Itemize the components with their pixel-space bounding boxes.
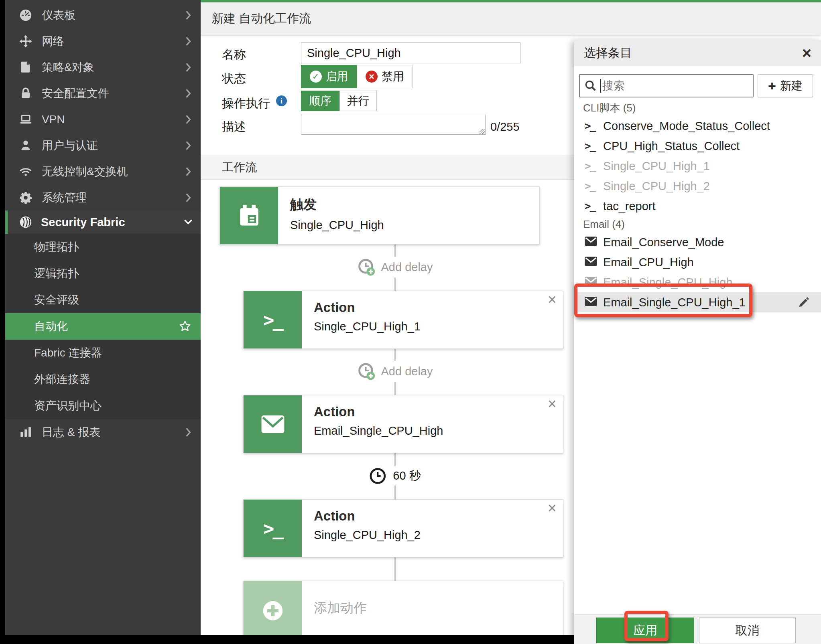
terminal-icon [244, 291, 302, 348]
sidebar-item-label: 用户与认证 [42, 138, 183, 153]
action-card[interactable]: Action Single_CPU_High_2 [243, 499, 563, 557]
page-header: 新建 自动化工作流 [201, 0, 821, 35]
envelope-icon [244, 395, 302, 453]
chevron-down-icon [183, 217, 193, 227]
sub-item-label: 逻辑拓扑 [34, 266, 79, 281]
search-input[interactable] [579, 74, 754, 97]
panel-footer: 应用 取消 [574, 614, 821, 644]
sub-item-label: 物理拓扑 [34, 239, 79, 255]
exec-parallel-button[interactable]: 并行 [339, 91, 377, 111]
sidebar-item-dashboard[interactable]: 仪表板 [5, 2, 201, 28]
action-card[interactable]: Action Single_CPU_High_1 [243, 291, 563, 349]
sub-item-label: 自动化 [34, 319, 68, 334]
sidebar-item-wifi-switch[interactable]: 无线控制&交换机 [5, 158, 201, 184]
terminal-icon [585, 200, 603, 212]
status-enabled-button[interactable]: 启用 [301, 65, 357, 88]
close-icon[interactable] [802, 45, 811, 61]
action-card[interactable]: Action Email_Single_CPU_High [243, 395, 563, 453]
sidebar-item-label: Security Fabric [41, 216, 183, 229]
select-entries-panel: 选择条目 新建 CLI脚本 (5) Conserve_Mode_Status_C… [574, 40, 821, 644]
description-textarea[interactable] [301, 115, 486, 135]
name-input[interactable] [301, 43, 520, 63]
sub-item-label: 安全评级 [34, 292, 79, 308]
delay-value: 60 秒 [393, 468, 421, 484]
exec-parallel-label: 并行 [347, 93, 370, 109]
sidebar-item-system[interactable]: 系统管理 [5, 184, 201, 211]
status-label: 状态 [222, 71, 246, 87]
gauge-icon [17, 8, 35, 22]
list-item[interactable]: Conserve_Mode_Status_Collect [574, 116, 821, 136]
trigger-card-body: 触发 Single_CPU_High [278, 187, 539, 244]
chevron-right-icon [183, 140, 193, 151]
edit-pencil-icon[interactable] [798, 296, 810, 308]
sidebar-item-label: 无线控制&交换机 [42, 164, 183, 179]
chevron-right-icon [183, 427, 193, 437]
sidebar-item-automation[interactable]: 自动化 [5, 313, 201, 340]
add-delay-button[interactable]: Add delay [352, 257, 438, 277]
add-delay-button[interactable]: Add delay [352, 361, 438, 382]
sidebar-item-security-rating[interactable]: 安全评级 [5, 287, 201, 313]
sidebar-item-policy-objects[interactable]: 策略&对象 [5, 54, 201, 80]
sidebar-item-external-connectors[interactable]: 外部连接器 [5, 366, 201, 393]
sidebar-item-label: 策略&对象 [42, 60, 183, 75]
name-label: 名称 [222, 47, 246, 63]
chevron-right-icon [183, 62, 193, 73]
action-name: Single_CPU_High_1 [314, 320, 563, 333]
list-item[interactable]: CPU_High_Status_Collect [574, 136, 821, 156]
plus-icon [768, 79, 776, 93]
sidebar-item-label: 仪表板 [42, 8, 183, 23]
sidebar-item-logical-topology[interactable]: 逻辑拓扑 [5, 260, 201, 287]
exec-sequential-button[interactable]: 顺序 [301, 91, 339, 111]
info-icon[interactable] [276, 95, 287, 106]
terminal-icon [585, 180, 603, 192]
security-fabric-group: Security Fabric 物理拓扑 逻辑拓扑 安全评级 自动化 Fabri… [5, 211, 201, 419]
sidebar-item-security-fabric[interactable]: Security Fabric [5, 211, 201, 234]
action-title: Action [314, 300, 563, 315]
close-icon[interactable] [548, 500, 557, 516]
sidebar-item-asset-identity-center[interactable]: 资产识别中心 [5, 393, 201, 419]
list-item[interactable]: Email_CPU_High [574, 252, 821, 272]
close-icon[interactable] [548, 396, 557, 411]
action-card-body: Action Single_CPU_High_1 [302, 291, 563, 348]
sidebar-item-label: 网络 [42, 34, 183, 49]
action-name: Email_Single_CPU_High [314, 424, 563, 437]
apply-button[interactable]: 应用 [596, 618, 694, 643]
status-enabled-label: 启用 [326, 69, 348, 84]
add-delay-label: Add delay [381, 365, 433, 378]
sidebar-item-vpn[interactable]: VPN [5, 106, 201, 132]
sidebar-item-users-auth[interactable]: 用户与认证 [5, 132, 201, 158]
exec-toggle: 顺序 并行 [301, 91, 377, 111]
connector-line [394, 557, 396, 581]
description-label: 描述 [222, 119, 246, 135]
sidebar: 仪表板 网络 策略&对象 安全配置文件 [5, 0, 201, 635]
sidebar-item-network[interactable]: 网络 [5, 28, 201, 54]
star-icon[interactable] [178, 320, 192, 333]
sidebar-item-label: VPN [42, 113, 183, 126]
add-action-card[interactable]: 添加动作 [243, 581, 563, 635]
list-item[interactable]: Email_Conserve_Mode [574, 232, 821, 252]
panel-title: 选择条目 [584, 45, 802, 61]
list-item: Single_CPU_High_1 [574, 156, 821, 176]
action-card-body: Action Single_CPU_High_2 [302, 500, 563, 557]
trigger-card[interactable]: 触发 Single_CPU_High [219, 186, 540, 245]
sidebar-item-physical-topology[interactable]: 物理拓扑 [5, 234, 201, 260]
laptop-icon [17, 112, 35, 127]
item-label: Single_CPU_High_1 [603, 160, 710, 173]
add-delay-label: Add delay [381, 261, 433, 274]
sidebar-item-log-report[interactable]: 日志 & 报表 [5, 419, 201, 445]
list-item-selected[interactable]: Email_Single_CPU_High_1 [574, 292, 821, 312]
fabric-icon [17, 215, 35, 229]
close-icon[interactable] [548, 292, 557, 307]
sidebar-item-security-profiles[interactable]: 安全配置文件 [5, 80, 201, 106]
add-action-label: 添加动作 [314, 581, 563, 635]
delay-value-chip[interactable]: 60 秒 [364, 466, 425, 486]
new-button[interactable]: 新建 [758, 74, 813, 97]
sub-item-label: Fabric 连接器 [34, 345, 102, 360]
action-title: Action [314, 404, 563, 419]
status-disabled-button[interactable]: 禁用 [357, 65, 413, 88]
cancel-button[interactable]: 取消 [699, 618, 796, 643]
sidebar-item-fabric-connectors[interactable]: Fabric 连接器 [5, 340, 201, 366]
chevron-right-icon [183, 192, 193, 203]
cancel-button-label: 取消 [736, 622, 760, 639]
list-item[interactable]: tac_report [574, 196, 821, 216]
